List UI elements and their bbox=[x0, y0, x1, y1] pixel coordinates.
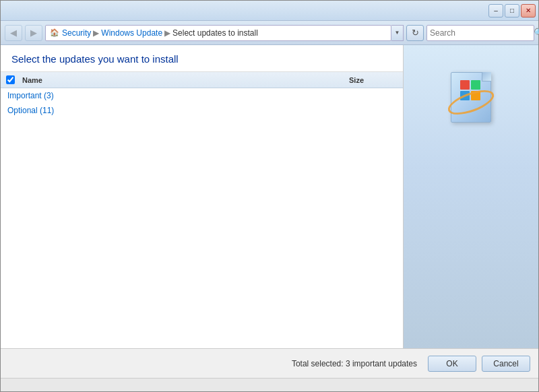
title-bar: – □ ✕ bbox=[1, 1, 538, 21]
search-input[interactable] bbox=[430, 28, 531, 38]
back-button[interactable]: ◀ bbox=[5, 25, 22, 41]
name-column-header: Name bbox=[20, 76, 349, 84]
breadcrumb-windows-update[interactable]: Windows Update bbox=[101, 28, 162, 38]
refresh-button[interactable]: ↻ bbox=[406, 25, 424, 41]
search-icon[interactable]: 🔍 bbox=[534, 28, 539, 38]
address-bar: ◀ ▶ 🏠 Security ▶ Windows Update ▶ Select… bbox=[1, 21, 538, 45]
table-header: Name Size bbox=[1, 72, 403, 88]
forward-button[interactable]: ▶ bbox=[25, 25, 42, 41]
breadcrumb-current: Select updates to install bbox=[172, 28, 258, 38]
page-title: Select the updates you want to install bbox=[11, 53, 392, 65]
windows-update-logo bbox=[437, 65, 505, 139]
main-window: – □ ✕ ◀ ▶ 🏠 Security ▶ Windows Update ▶ … bbox=[0, 0, 539, 392]
list-item[interactable]: Important (3) bbox=[1, 88, 403, 103]
breadcrumb-security[interactable]: Security bbox=[62, 28, 91, 38]
close-button[interactable]: ✕ bbox=[521, 4, 536, 18]
breadcrumb-sep-2: ▶ bbox=[164, 28, 170, 38]
list-item[interactable]: Optional (11) bbox=[1, 103, 403, 118]
breadcrumb-dropdown-button[interactable]: ▼ bbox=[391, 25, 404, 41]
minimize-button[interactable]: – bbox=[488, 4, 503, 18]
breadcrumb-sep-1: ▶ bbox=[93, 28, 99, 38]
flag-green bbox=[471, 80, 480, 90]
cancel-button[interactable]: Cancel bbox=[482, 356, 530, 372]
updates-table: Name Size Important (3) Optional (11) bbox=[1, 72, 403, 348]
status-bar bbox=[1, 378, 538, 391]
search-box: 🔍 bbox=[426, 25, 534, 41]
right-panel bbox=[404, 45, 538, 348]
window-controls: – □ ✕ bbox=[488, 4, 536, 18]
select-all-checkbox[interactable] bbox=[6, 75, 15, 84]
maximize-button[interactable]: □ bbox=[505, 4, 519, 18]
header-checkbox-cell bbox=[1, 75, 20, 84]
breadcrumb: 🏠 Security ▶ Windows Update ▶ Select upd… bbox=[45, 25, 391, 41]
left-panel: Select the updates you want to install N… bbox=[1, 45, 404, 348]
size-column-header: Size bbox=[349, 76, 403, 84]
breadcrumb-home-icon: 🏠 bbox=[50, 28, 59, 37]
ok-button[interactable]: OK bbox=[428, 356, 476, 372]
flag-red bbox=[460, 80, 470, 90]
status-text: Total selected: 3 important updates bbox=[292, 359, 417, 368]
bottom-bar: Total selected: 3 important updates OK C… bbox=[1, 348, 538, 378]
main-content: Select the updates you want to install N… bbox=[1, 45, 538, 348]
panel-header: Select the updates you want to install bbox=[1, 45, 403, 72]
document-fold bbox=[482, 72, 491, 81]
